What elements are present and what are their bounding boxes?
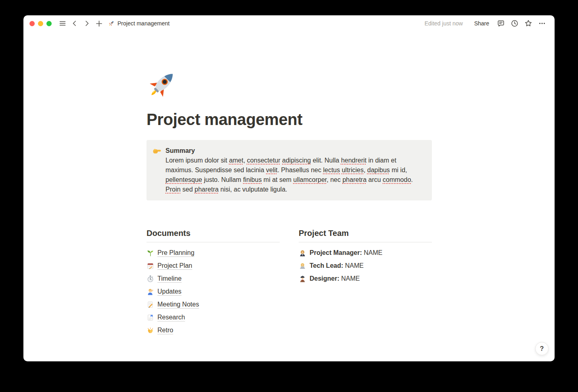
doc-link-research[interactable]: Research	[157, 314, 185, 321]
chevron-left-icon	[71, 20, 78, 27]
forward-button[interactable]	[82, 18, 92, 29]
member-name: NAME	[345, 262, 364, 269]
member-role: Project Manager:	[310, 249, 362, 256]
two-column-layout: Documents Pre Planning	[147, 229, 432, 337]
sidebar-menu-button[interactable]	[57, 18, 68, 29]
man-artist-icon	[299, 275, 306, 283]
woman-office-worker-icon	[299, 249, 306, 257]
member-role: Designer:	[310, 275, 339, 282]
team-member-row: Tech Lead: NAME	[299, 259, 432, 272]
desktop-background: Project management Edited just now Share	[0, 0, 578, 392]
plus-icon	[96, 20, 103, 27]
memo-icon	[147, 301, 154, 309]
zoom-button[interactable]	[46, 21, 52, 26]
list-item: Pre Planning	[147, 246, 280, 259]
chevron-right-icon	[84, 20, 90, 27]
summary-callout: Summary Lorem ipsum dolor sit amet, cons…	[147, 140, 432, 200]
clapping-hands-icon	[147, 327, 154, 334]
star-icon	[524, 19, 532, 27]
member-name: NAME	[341, 275, 360, 282]
breadcrumb-title: Project management	[117, 20, 170, 27]
doc-link-pre-planning[interactable]: Pre Planning	[157, 249, 195, 256]
list-item: Meeting Notes	[147, 298, 280, 311]
more-button[interactable]	[537, 18, 547, 29]
callout-heading: Summary	[165, 146, 422, 156]
clock-icon	[511, 19, 519, 27]
team-member-row: Project Manager: NAME	[299, 246, 432, 259]
stopwatch-icon	[147, 275, 154, 283]
help-button[interactable]: ?	[535, 342, 549, 355]
doc-link-retro[interactable]: Retro	[157, 327, 173, 334]
ellipsis-icon	[538, 19, 546, 27]
back-button[interactable]	[69, 18, 80, 29]
doc-link-updates[interactable]: Updates	[157, 288, 182, 295]
new-page-button[interactable]	[94, 18, 104, 29]
app-window: Project management Edited just now Share	[23, 15, 555, 361]
team-member-row: Designer: NAME	[299, 272, 432, 285]
page-title[interactable]: Project management	[147, 111, 432, 129]
titlebar: Project management Edited just now Share	[23, 15, 555, 31]
bookmark-tabs-icon	[147, 314, 154, 321]
team-column: Project Team Project Manager: NAME	[299, 229, 432, 337]
doc-link-timeline[interactable]: Timeline	[157, 275, 182, 282]
documents-column: Documents Pre Planning	[147, 229, 280, 337]
comment-icon	[497, 19, 505, 27]
calendar-icon	[147, 262, 154, 270]
hamburger-icon	[59, 20, 66, 27]
woman-technologist-icon	[299, 262, 306, 270]
history-button[interactable]	[509, 18, 520, 29]
rocket-icon	[108, 20, 115, 27]
page-content: Project management Summary Lorem ipsum d…	[23, 31, 432, 337]
seedling-icon	[147, 249, 154, 257]
member-role: Tech Lead:	[310, 262, 343, 269]
callout-text: Lorem ipsum dolor sit amet, consectetur …	[165, 156, 422, 194]
share-button[interactable]: Share	[471, 19, 492, 28]
doc-link-meeting-notes[interactable]: Meeting Notes	[157, 301, 199, 308]
breadcrumb[interactable]: Project management	[108, 20, 170, 27]
list-item: Timeline	[147, 272, 280, 285]
traffic-lights	[27, 21, 52, 26]
team-heading: Project Team	[299, 229, 432, 242]
doc-link-project-plan[interactable]: Project Plan	[157, 262, 192, 269]
documents-heading: Documents	[147, 229, 280, 242]
pointing-right-icon	[153, 146, 161, 155]
list-item: Updates	[147, 285, 280, 298]
page-icon-rocket[interactable]	[147, 69, 178, 100]
favorite-button[interactable]	[523, 18, 534, 29]
list-item: Research	[147, 311, 280, 324]
list-item: Retro	[147, 324, 280, 337]
woman-tipping-hand-icon	[147, 288, 154, 296]
minimize-button[interactable]	[38, 21, 43, 26]
member-name: NAME	[364, 249, 382, 256]
close-button[interactable]	[29, 21, 35, 26]
comments-button[interactable]	[496, 18, 506, 29]
list-item: Project Plan	[147, 259, 280, 272]
edited-status: Edited just now	[425, 20, 463, 27]
